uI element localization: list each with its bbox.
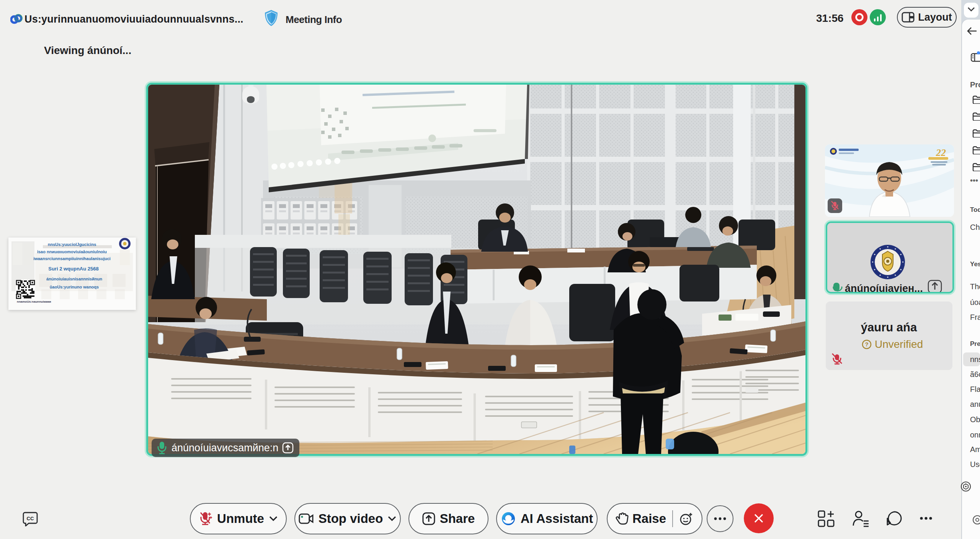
svg-text:nnamoUs:naunnuiками: nnamoUs:naunnuiками: [17, 300, 51, 303]
svg-text:isao nnиuαιιuomoviuiaãouniulno: isao nnиuαιιuomoviuiaãouniulnoiu: [37, 249, 107, 254]
svg-text:ánúnoíuiaviен...: ánúnoíuiaviен...: [845, 283, 923, 292]
svg-text:CC: CC: [27, 516, 34, 521]
svg-text:22: 22: [936, 147, 946, 158]
svg-text:iwaansrciunnsampiiuinnihaulani: iwaansrciunnsampiiuinnihaulanisujuci: [33, 256, 111, 261]
svg-text:Unverified: Unverified: [875, 338, 923, 350]
svg-text:ánúnoiuiauisnisапnnisйnun: ánúnoiuiauisnisапnnisйnun: [46, 277, 102, 281]
svg-text:nnsUs:yuuciolJgucicins: nnsUs:yuuciolJgucicins: [48, 242, 96, 247]
svg-text:ûaoUs:yurinuno wanoqs: ûaoUs:yurinuno wanoqs: [50, 285, 99, 289]
svg-text:Suri 2 wqupnAu 2568: Suri 2 wqupnAu 2568: [48, 266, 98, 272]
svg-text:?: ?: [865, 341, 868, 347]
svg-text:ýauru ańa: ýauru ańa: [861, 321, 917, 334]
